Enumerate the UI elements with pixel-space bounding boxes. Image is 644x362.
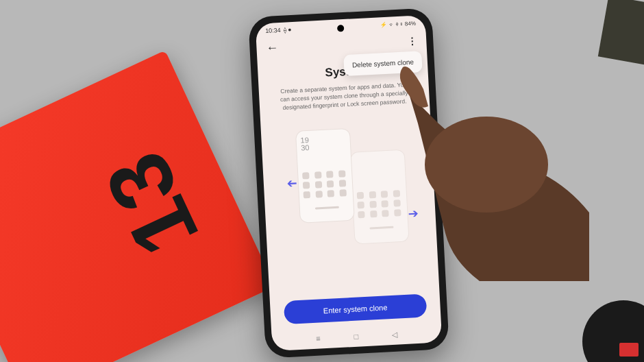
status-time: 10:34 (265, 27, 281, 34)
enter-system-clone-button[interactable]: Enter system clone (284, 293, 427, 324)
nav-back-button[interactable]: ◁ (392, 330, 398, 339)
status-icons-left: ⟠ ● (283, 26, 291, 34)
illust-time: 1930 (300, 134, 346, 152)
swap-arrow-icon: ➔ (286, 176, 297, 191)
navigation-bar: ≡ □ ◁ (272, 328, 442, 346)
product-box: 13 (0, 50, 275, 362)
illustration-phone-2 (350, 149, 410, 244)
watermark-logo (619, 343, 639, 357)
page-description: Create a separate system for apps and da… (273, 81, 417, 113)
status-icons-right: ⚡ ᯤ ⟠ ▯ (380, 21, 403, 28)
nav-recent-button[interactable]: ≡ (316, 334, 321, 343)
svg-point-0 (425, 117, 548, 213)
clone-illustration: 1930 ➔ ➔ (274, 117, 423, 255)
illustration-phone-1: 1930 (295, 128, 355, 223)
delete-clone-menuitem[interactable]: Delete system clone (352, 58, 414, 69)
more-options-button[interactable]: ⋮ (407, 35, 417, 47)
swap-arrow-icon: ➔ (408, 205, 419, 221)
product-box-label: 13 (84, 137, 219, 270)
back-button[interactable]: ← (266, 40, 279, 56)
battery-percent: 84% (405, 20, 416, 27)
desk-object (598, 0, 644, 66)
options-dropdown: Delete system clone (343, 51, 423, 76)
nav-home-button[interactable]: □ (354, 333, 358, 341)
phone-screen: 10:34 ⟠ ● ⚡ ᯤ ⟠ ▯ 84% ← ⋮ Delete system … (256, 15, 443, 351)
phone-device: 10:34 ⟠ ● ⚡ ᯤ ⟠ ▯ 84% ← ⋮ Delete system … (248, 8, 449, 358)
